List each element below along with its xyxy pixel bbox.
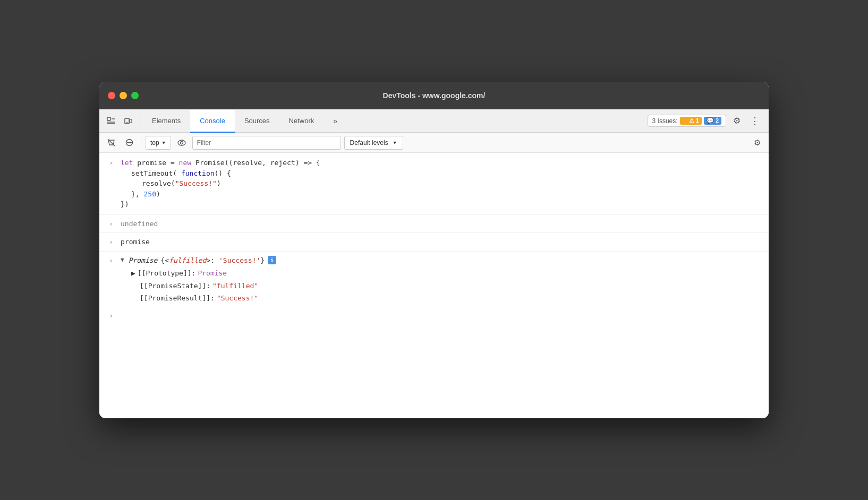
context-selector[interactable]: top ▼	[146, 136, 171, 150]
tab-console[interactable]: Console	[190, 110, 235, 133]
window-title: DevTools - www.google.com/	[383, 91, 486, 100]
cursor-gutter: ›	[99, 311, 116, 321]
console-settings-button[interactable]: ⚙	[750, 136, 764, 150]
code-line-4: }, 250)	[121, 189, 764, 200]
console-cursor-row: ›	[99, 307, 769, 324]
entry-arrow-result: ‹	[99, 217, 116, 229]
more-tabs-icon: »	[333, 117, 337, 125]
levels-selector[interactable]: Default levels ▼	[344, 136, 403, 150]
maximize-button[interactable]	[131, 92, 139, 99]
code-line-1: let promise = new Promise((resolve, reje…	[121, 158, 764, 168]
tab-bar-right: 3 Issues: ⚠ 1 💬 2 ⚙ ⋮	[641, 109, 769, 132]
tab-more[interactable]: »	[324, 110, 347, 133]
tree-result: [[PromiseResult]]: "Success!"	[131, 292, 769, 305]
promise-identifier: promise	[121, 238, 150, 246]
levels-dropdown-arrow: ▼	[393, 140, 397, 145]
promise-result-row: ‹ ▼ Promise {<fulfilled>: 'Success!'} i	[99, 254, 769, 268]
stop-messages-button[interactable]	[122, 136, 137, 150]
svg-rect-5	[130, 119, 132, 123]
entry-arrow-log: ›	[99, 235, 116, 247]
traffic-lights	[108, 92, 139, 99]
svg-rect-0	[107, 117, 110, 120]
tree-state: [[PromiseState]]: "fulfilled"	[131, 280, 769, 292]
inspect-element-button[interactable]	[104, 114, 118, 128]
tab-elements[interactable]: Elements	[142, 110, 190, 133]
entry-arrow-promise: ‹	[99, 254, 116, 266]
console-input-area[interactable]	[116, 311, 764, 320]
promise-tree: ▶ [[Prototype]]: Promise [[PromiseState]…	[99, 267, 769, 305]
result-label: [[PromiseResult]]:	[140, 293, 215, 304]
result-value: "Success!"	[217, 293, 258, 304]
promise-log-text: promise	[116, 235, 769, 249]
tabs: Elements Console Sources Network »	[142, 109, 641, 132]
state-label: [[PromiseState]]:	[140, 281, 210, 291]
console-content: › let promise = new Promise((resolve, re…	[99, 153, 769, 418]
result-undefined: undefined	[116, 217, 769, 231]
filter-input[interactable]	[192, 136, 341, 150]
close-button[interactable]	[108, 92, 115, 99]
tab-bar: Elements Console Sources Network » 3 Iss…	[99, 109, 769, 133]
tab-bar-icons	[104, 109, 140, 132]
live-expressions-button[interactable]	[174, 136, 189, 150]
warning-badge: ⚠ 1	[680, 117, 702, 125]
devtools-window: DevTools - www.google.com/	[99, 82, 769, 418]
issues-badge[interactable]: 3 Issues: ⚠ 1 💬 2	[648, 115, 726, 127]
code-block: let promise = new Promise((resolve, reje…	[116, 156, 769, 211]
settings-button[interactable]: ⚙	[729, 114, 744, 128]
promise-result-content: ▼ Promise {<fulfilled>: 'Success!'} i	[116, 254, 769, 268]
console-entry-undefined: ‹ undefined	[99, 215, 769, 234]
titlebar: DevTools - www.google.com/	[99, 82, 769, 109]
clear-console-button[interactable]	[104, 136, 118, 150]
console-entry-promise-log: › promise	[99, 233, 769, 252]
more-options-button[interactable]: ⋮	[747, 114, 762, 128]
code-line-3: resolve("Success!")	[121, 178, 764, 189]
promise-row: ▼ Promise {<fulfilled>: 'Success!'} i	[121, 255, 764, 266]
code-line-2: setTimeout( function() {	[121, 168, 764, 179]
expand-arrow-icon[interactable]: ▼	[121, 256, 124, 265]
undefined-text: undefined	[121, 220, 158, 228]
console-entry-promise-result: ‹ ▼ Promise {<fulfilled>: 'Success!'} i	[99, 252, 769, 307]
svg-point-12	[178, 140, 185, 145]
toolbar-divider	[141, 137, 141, 148]
entry-arrow-input: ›	[99, 156, 116, 168]
svg-point-13	[180, 141, 183, 144]
tree-prototype: ▶ [[Prototype]]: Promise	[131, 267, 769, 280]
console-entry-code: › let promise = new Promise((resolve, re…	[99, 153, 769, 215]
console-toolbar: top ▼ Default levels ▼ ⚙	[99, 133, 769, 153]
prototype-value: Promise	[198, 268, 227, 279]
code-line-5: })	[121, 199, 764, 210]
promise-class: Promise	[129, 255, 158, 266]
dropdown-arrow-icon: ▼	[161, 140, 166, 145]
minimize-button[interactable]	[120, 92, 127, 99]
info-icon[interactable]: i	[268, 256, 276, 264]
prototype-label: [[Prototype]]:	[138, 268, 196, 279]
state-value: "fulfilled"	[212, 281, 258, 291]
devtools-container: Elements Console Sources Network » 3 Iss…	[99, 109, 769, 418]
tab-sources[interactable]: Sources	[235, 110, 279, 133]
device-toolbar-button[interactable]	[121, 114, 135, 128]
promise-fulfilled-text: {<fulfilled>: 'Success!'}	[160, 255, 265, 266]
info-badge: 💬 2	[704, 117, 721, 125]
tab-network[interactable]: Network	[279, 110, 324, 133]
